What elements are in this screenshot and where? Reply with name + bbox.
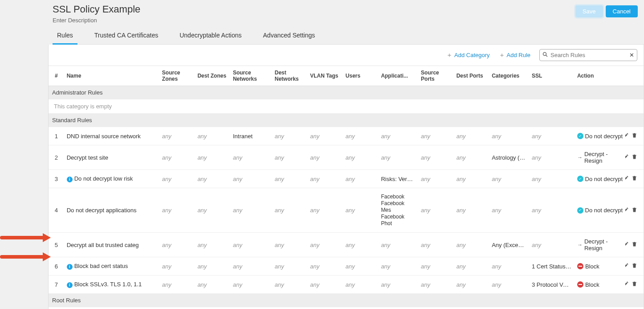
col-categories[interactable]: Categories — [489, 66, 529, 86]
any-value: any — [457, 133, 466, 140]
search-input[interactable] — [550, 51, 629, 59]
col-name[interactable]: Name — [64, 66, 159, 86]
any-value: any — [457, 207, 466, 214]
any-value: any — [197, 176, 207, 182]
any-value: any — [492, 133, 501, 140]
rule-name: Decrypt all but trusted categ — [64, 233, 159, 257]
col-action[interactable]: Action — [575, 66, 625, 86]
tab-advanced[interactable]: Advanced Settings — [259, 32, 320, 44]
add-rule-link[interactable]: ＋ Add Rule — [499, 51, 530, 59]
edit-icon[interactable] — [625, 175, 629, 182]
rule-name: Decrypt test site — [64, 145, 159, 170]
rule-number: 1 — [49, 127, 64, 145]
col-source-networks[interactable]: Source Networks — [230, 66, 272, 86]
delete-icon[interactable] — [632, 175, 637, 182]
any-value: any — [197, 154, 207, 161]
any-value: any — [421, 176, 430, 182]
any-value: any — [457, 263, 466, 270]
clear-search-icon[interactable]: ✕ — [629, 52, 634, 58]
add-category-label: Add Category — [454, 52, 490, 58]
rule-name: DND internal source network — [64, 127, 159, 145]
table-row[interactable]: 3iDo not decrypt low riskanyanyanyanyany… — [49, 170, 644, 188]
table-row[interactable]: 4Do not decrypt applicationsanyanyanyany… — [49, 188, 644, 233]
col-num[interactable]: # — [49, 66, 64, 86]
any-value: any — [457, 281, 466, 288]
any-value: any — [233, 176, 242, 182]
search-wrapper[interactable]: ✕ — [539, 49, 637, 61]
table-row[interactable]: 5Decrypt all but trusted categanyanyanya… — [49, 233, 644, 257]
col-users[interactable]: Users — [343, 66, 379, 86]
delete-icon[interactable] — [632, 132, 637, 140]
any-value: any — [162, 154, 171, 161]
action-decrypt-resign: → Decrypt - Resign — [577, 151, 623, 164]
action-do-not-decrypt: Do not decrypt — [577, 133, 623, 140]
any-value: any — [346, 242, 355, 248]
table-row[interactable]: 1DND internal source networkanyanyIntran… — [49, 127, 644, 145]
delete-icon[interactable] — [632, 263, 637, 270]
action-do-not-decrypt: Do not decrypt — [577, 176, 623, 182]
any-value: any — [421, 263, 430, 270]
rules-table: # Name Source Zones Dest Zones Source Ne… — [49, 66, 644, 309]
any-value: any — [421, 133, 430, 140]
check-icon — [577, 207, 583, 214]
col-applications[interactable]: Applicati... — [378, 66, 418, 86]
table-row[interactable]: 2Decrypt test siteanyanyanyanyanyanyanya… — [49, 145, 644, 170]
ssl-value: 1 Cert Status se — [529, 257, 575, 276]
any-value: any — [275, 242, 284, 248]
col-dest-ports[interactable]: Dest Ports — [454, 66, 489, 86]
svg-line-1 — [546, 55, 548, 57]
col-vlan-tags[interactable]: VLAN Tags — [307, 66, 343, 86]
applications-list: FacebookFacebook MesFacebook Phot — [381, 194, 416, 227]
rule-name: iDo not decrypt low risk — [64, 170, 159, 188]
any-value: any — [275, 263, 284, 270]
edit-icon[interactable] — [625, 241, 629, 248]
rule-number: 3 — [49, 170, 64, 188]
col-dest-networks[interactable]: Dest Networks — [272, 66, 308, 86]
add-category-link[interactable]: ＋ Add Category — [446, 51, 490, 59]
callout-arrow — [0, 252, 51, 261]
col-dest-zones[interactable]: Dest Zones — [195, 66, 230, 86]
any-value: any — [310, 133, 319, 140]
any-value: any — [310, 207, 319, 214]
any-value: any — [162, 133, 171, 140]
edit-icon[interactable] — [625, 132, 629, 140]
any-value: any — [310, 281, 319, 288]
save-button[interactable]: Save — [575, 5, 603, 17]
edit-icon[interactable] — [625, 207, 629, 214]
delete-icon[interactable] — [632, 241, 637, 248]
tab-rules[interactable]: Rules — [53, 32, 77, 45]
info-icon: i — [67, 264, 73, 270]
any-value: any — [346, 176, 355, 182]
add-rule-label: Add Rule — [507, 52, 530, 58]
callout-arrow — [0, 233, 51, 242]
rule-number: 6 — [49, 257, 64, 276]
any-value: any — [492, 207, 501, 214]
delete-icon[interactable] — [632, 281, 637, 288]
any-value: any — [310, 263, 319, 270]
col-source-zones[interactable]: Source Zones — [159, 66, 195, 86]
delete-icon[interactable] — [632, 207, 637, 214]
edit-icon[interactable] — [625, 281, 629, 288]
col-source-ports[interactable]: Source Ports — [418, 66, 454, 86]
cancel-button[interactable]: Cancel — [606, 5, 638, 17]
any-value: any — [162, 176, 171, 182]
edit-icon[interactable] — [625, 263, 629, 270]
any-value: any — [532, 176, 541, 182]
any-value: any — [162, 207, 171, 214]
rule-number: 4 — [49, 188, 64, 233]
any-value: any — [381, 133, 390, 140]
any-value: any — [310, 176, 319, 182]
edit-icon[interactable] — [625, 154, 629, 161]
description-placeholder[interactable]: Enter Description — [53, 17, 575, 24]
col-ssl[interactable]: SSL — [529, 66, 575, 86]
any-value: any — [492, 176, 501, 182]
tab-undecryptable[interactable]: Undecryptable Actions — [175, 32, 246, 44]
any-value: any — [162, 281, 171, 288]
rule-number: 7 — [49, 276, 64, 294]
table-row[interactable]: 7iBlock SSLv3. TLS 1.0, 1.1anyanyanyanya… — [49, 276, 644, 294]
tab-trusted-ca[interactable]: Trusted CA Certificates — [90, 32, 163, 44]
delete-icon[interactable] — [632, 154, 637, 161]
table-row[interactable]: 6iBlock bad cert statusanyanyanyanyanyan… — [49, 257, 644, 276]
any-value: any — [275, 281, 284, 288]
table-header-row: # Name Source Zones Dest Zones Source Ne… — [49, 66, 644, 86]
